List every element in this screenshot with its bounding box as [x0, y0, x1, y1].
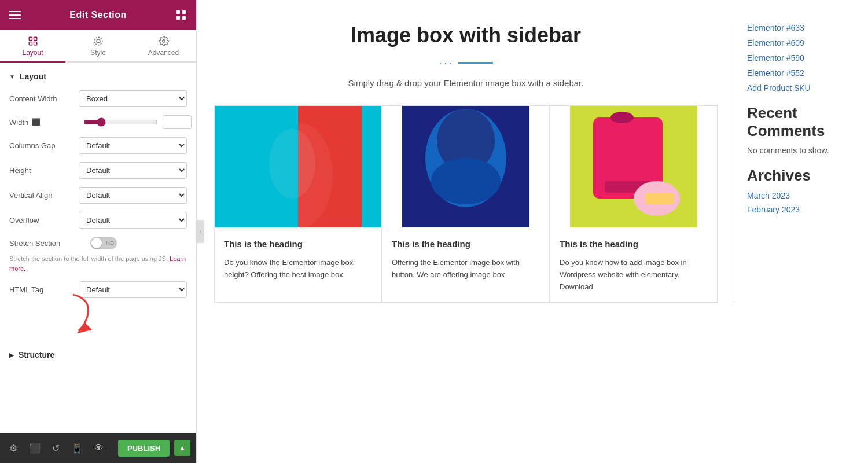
svg-point-20	[431, 158, 501, 204]
overflow-label: Overflow	[9, 216, 79, 225]
publish-button[interactable]: PUBLISH	[118, 440, 170, 457]
width-input[interactable]	[163, 115, 192, 129]
page-title: Image box with sidebar	[214, 23, 718, 47]
red-arrow-annotation	[9, 306, 187, 341]
image-box-2-text: Offering the Elementor image box with bu…	[392, 257, 540, 281]
columns-gap-label: Columns Gap	[9, 141, 79, 150]
sidebar-links: Elementor #633 Elementor #609 Elementor …	[747, 23, 851, 93]
vertical-align-row: Vertical Align Default Top Middle Bottom	[9, 187, 187, 204]
overflow-select[interactable]: Default Hidden	[79, 212, 187, 229]
archive-link-0[interactable]: March 2023	[747, 191, 851, 200]
svg-rect-7	[34, 42, 36, 45]
image-3-svg	[550, 106, 717, 227]
columns-gap-select[interactable]: Default None Narrow Extended Wide	[79, 137, 187, 154]
main-content-area: Image box with sidebar ··· Simply drag &…	[197, 0, 868, 463]
edit-section-panel: Edit Section Layout S	[0, 0, 197, 463]
content-width-select[interactable]: Boxed Full Width	[79, 90, 187, 107]
page-subtitle: Simply drag & drop your Elementor image …	[214, 78, 718, 88]
width-label: Width ⬛	[9, 118, 79, 127]
sidebar-link-4[interactable]: Add Product SKU	[747, 83, 851, 93]
sidebar-link-3[interactable]: Elementor #552	[747, 68, 851, 78]
overflow-row: Overflow Default Hidden	[9, 212, 187, 229]
svg-rect-5	[34, 37, 36, 40]
svg-point-9	[94, 37, 102, 45]
image-box-3-text: Do you know how to add image box in Word…	[560, 257, 708, 293]
panel-content: ▼ Layout Content Width Boxed Full Width …	[0, 63, 196, 433]
vertical-align-label: Vertical Align	[9, 191, 79, 200]
sidebar-link-2[interactable]: Elementor #590	[747, 53, 851, 63]
stretch-section-toggle[interactable]: NO	[90, 237, 117, 249]
grid-icon[interactable]	[175, 9, 187, 21]
preview-icon-btn[interactable]: 👁	[91, 440, 107, 455]
height-select[interactable]: Default Fit to Screen Min Height	[79, 162, 187, 179]
layout-section-header: ▼ Layout	[9, 72, 187, 81]
sidebar-link-0[interactable]: Elementor #633	[747, 23, 851, 32]
content-width-label: Content Width	[9, 94, 79, 103]
image-box-3: This is the heading Do you know how to a…	[550, 105, 718, 303]
dot-decoration: ···	[439, 57, 454, 69]
sidebar-link-1[interactable]: Elementor #609	[747, 38, 851, 47]
stretch-section-label: Stretch Section	[9, 239, 90, 248]
columns-gap-row: Columns Gap Default None Narrow Extended…	[9, 137, 187, 154]
divider-line	[458, 62, 493, 64]
publish-dropdown-button[interactable]: ▲	[174, 440, 190, 456]
tab-layout[interactable]: Layout	[0, 30, 65, 63]
structure-expand-arrow: ▶	[9, 352, 14, 358]
stretch-hint: Stretch the section to the full width of…	[9, 254, 187, 273]
svg-point-16	[269, 129, 315, 199]
panel-bottom-bar: ⚙ ⬛ ↺ 📱 👁 PUBLISH ▲	[0, 433, 196, 463]
panel-collapse-handle[interactable]: ‹	[196, 220, 204, 243]
image-box-3-heading: This is the heading	[560, 238, 708, 250]
vertical-align-select[interactable]: Default Top Middle Bottom	[79, 187, 187, 204]
page-area: Image box with sidebar ··· Simply drag &…	[197, 0, 868, 326]
title-divider: ···	[214, 57, 718, 69]
hamburger-icon[interactable]	[9, 11, 21, 19]
toggle-knob	[91, 238, 102, 248]
svg-rect-26	[645, 193, 674, 204]
archive-link-1[interactable]: February 2023	[747, 205, 851, 214]
width-slider[interactable]	[83, 117, 158, 127]
image-box-1-heading: This is the heading	[224, 238, 372, 250]
width-slider-container	[83, 115, 192, 129]
content-width-row: Content Width Boxed Full Width	[9, 90, 187, 107]
monitor-icon: ⬛	[32, 118, 41, 126]
layout-collapse-arrow[interactable]: ▼	[9, 74, 15, 80]
toggle-off-text: NO	[106, 240, 115, 246]
structure-label: Structure	[19, 350, 54, 359]
recent-comments-text: No comments to show.	[747, 146, 851, 155]
image-box-3-image	[550, 106, 717, 227]
tab-advanced-label: Advanced	[148, 49, 179, 57]
panel-tabs: Layout Style Advanced	[0, 30, 196, 63]
svg-point-10	[162, 40, 165, 43]
image-box-1: This is the heading Do you know the Elem…	[214, 105, 382, 303]
svg-rect-4	[29, 37, 32, 40]
layers-icon-btn[interactable]: ⬛	[25, 440, 44, 456]
archive-links: March 2023 February 2023	[747, 191, 851, 214]
content-width-control: Boxed Full Width	[79, 90, 187, 107]
height-control: Default Fit to Screen Min Height	[79, 162, 187, 179]
image-box-2-image	[382, 106, 549, 227]
image-box-2-heading: This is the heading	[392, 238, 540, 250]
image-1-svg	[215, 106, 381, 227]
settings-icon-btn[interactable]: ⚙	[6, 440, 21, 456]
structure-section-header[interactable]: ▶ Structure	[9, 347, 187, 363]
tab-style[interactable]: Style	[65, 30, 131, 63]
history-icon-btn[interactable]: ↺	[49, 440, 63, 456]
vertical-align-control: Default Top Middle Bottom	[79, 187, 187, 204]
layout-section-label: Layout	[20, 72, 46, 81]
tab-advanced[interactable]: Advanced	[131, 30, 196, 63]
image-box-2: This is the heading Offering the Element…	[382, 105, 550, 303]
svg-rect-3	[182, 16, 186, 20]
panel-title: Edit Section	[69, 10, 126, 20]
right-sidebar: Elementor #633 Elementor #609 Elementor …	[735, 23, 851, 303]
height-label: Height	[9, 166, 79, 175]
tab-style-label: Style	[90, 49, 106, 57]
content-area: Image box with sidebar ··· Simply drag &…	[214, 23, 735, 303]
svg-point-23	[610, 112, 634, 123]
svg-rect-1	[182, 10, 186, 14]
archives-title: Archives	[747, 167, 851, 185]
image-box-1-image	[215, 106, 381, 227]
image-box-3-content: This is the heading Do you know how to a…	[550, 227, 717, 302]
responsive-icon-btn[interactable]: 📱	[68, 440, 86, 456]
svg-marker-11	[78, 324, 91, 330]
